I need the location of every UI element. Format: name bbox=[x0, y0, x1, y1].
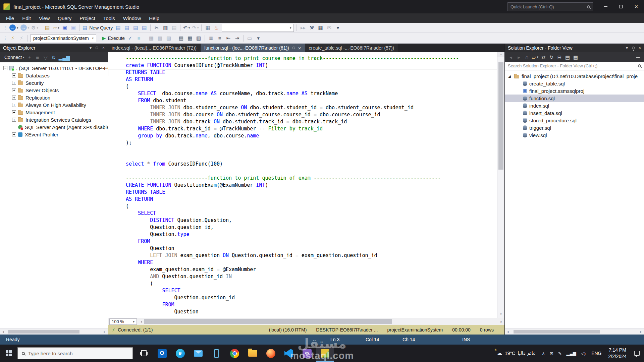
se-item-index-sql[interactable]: index.sql bbox=[505, 102, 644, 109]
scroll-left-icon[interactable]: ◂ bbox=[0, 330, 6, 334]
code-line[interactable]: AS RETURN bbox=[108, 76, 497, 83]
hidden-icons-icon[interactable]: ∧ bbox=[539, 345, 547, 362]
oe-item-server-root[interactable]: −. (SQL Server 16.0.1110.1 - DESKTOP-EO8… bbox=[0, 64, 108, 72]
new-mdx-query-icon[interactable]: ▤ bbox=[122, 24, 131, 32]
code-line[interactable]: CREATE FUNCTION QuestitionExam(@ExamNumb… bbox=[108, 182, 497, 189]
code-line[interactable]: Question.type bbox=[108, 231, 497, 238]
code-line[interactable]: AS RETURN bbox=[108, 196, 497, 203]
editor-hscroll-track[interactable] bbox=[144, 318, 498, 325]
table-edit-icon[interactable]: ▦ bbox=[316, 24, 325, 32]
scroll-right-icon[interactable]: ▸ bbox=[498, 320, 504, 323]
scroll-thumb[interactable] bbox=[514, 330, 600, 334]
expander-icon[interactable]: ◢ bbox=[508, 74, 512, 78]
chevron-down-icon[interactable]: ▾ bbox=[90, 46, 92, 50]
code-line[interactable]: group by dbo.track.name, dbo.course.name bbox=[108, 132, 497, 139]
new-query-icon[interactable]: ▤New Query bbox=[82, 24, 114, 32]
oe-item-sql-server-agent[interactable]: SQL Server Agent (Agent XPs disabled) bbox=[0, 123, 108, 131]
close-icon[interactable]: × bbox=[298, 46, 301, 51]
taskbar-search-input[interactable]: Type here to search bbox=[17, 347, 133, 359]
show-all-files-icon[interactable]: ▤ bbox=[564, 53, 572, 61]
cut-icon[interactable]: ✂ bbox=[152, 24, 161, 32]
code-line[interactable]: ( bbox=[108, 203, 497, 210]
code-line[interactable]: RETURNS TABLE bbox=[108, 189, 497, 196]
new-project-icon[interactable]: ▤ bbox=[43, 24, 52, 32]
se-item-root-folder[interactable]: ◢final_project (D:\.net\10.Database\proj… bbox=[505, 72, 644, 80]
se-item-view-sql[interactable]: view.sql bbox=[505, 131, 644, 139]
editor-hscroll-thumb[interactable] bbox=[144, 319, 392, 324]
code-line[interactable]: ( bbox=[108, 83, 497, 90]
solution-explorer-hscrollbar[interactable]: ◂ ▸ bbox=[505, 328, 644, 335]
tab-create-table-sql[interactable]: create_table.sql -...-EO86I7R\nader (57)… bbox=[305, 44, 398, 52]
expander-icon[interactable]: + bbox=[12, 81, 16, 85]
edge-icon[interactable]: e bbox=[171, 345, 189, 362]
code-line[interactable]: ); bbox=[108, 139, 497, 146]
estimated-plan-icon[interactable]: ▦ bbox=[147, 34, 156, 42]
expander-icon[interactable]: − bbox=[3, 66, 7, 70]
code-line[interactable]: INNER JOIN dbo.course ON dbo.student_cou… bbox=[108, 111, 497, 118]
oe-item-server-objects[interactable]: +Server Objects bbox=[0, 86, 108, 94]
code-line[interactable]: INNER JOIN dbo.track ON dbo.student.trac… bbox=[108, 118, 497, 125]
pin-icon[interactable] bbox=[96, 47, 98, 49]
code-line[interactable]: exam_question.exam_id = @ExamNumber bbox=[108, 266, 497, 273]
results-to-file-icon[interactable]: ▥ bbox=[194, 34, 203, 42]
restore-button[interactable] bbox=[613, 0, 629, 13]
expander-icon[interactable]: + bbox=[12, 132, 16, 136]
oe-item-replication[interactable]: +Replication bbox=[0, 94, 108, 101]
new-xmla-query-icon[interactable]: ▤ bbox=[140, 24, 149, 32]
tab-function-sql[interactable]: function.sql - (loc...-EO86I7R\nader (61… bbox=[201, 44, 305, 52]
collapse-all-icon[interactable]: ⊟ bbox=[555, 53, 564, 61]
decrease-indent-icon[interactable]: ⇤ bbox=[224, 34, 233, 42]
code-line[interactable]: Question bbox=[108, 245, 497, 252]
disconnect-icon[interactable]: ⚡ bbox=[25, 53, 34, 61]
forward-icon[interactable]: ▸ bbox=[515, 53, 523, 61]
task-view-icon[interactable] bbox=[135, 345, 153, 362]
pin-icon[interactable] bbox=[292, 47, 295, 49]
code-line[interactable]: Question bbox=[108, 308, 497, 315]
quick-launch-input[interactable]: Quick Launch (Ctrl+Q) bbox=[507, 2, 593, 11]
zoom-select[interactable]: 100 % ▾ bbox=[109, 318, 137, 325]
oe-item-databases[interactable]: +Databases bbox=[0, 72, 108, 79]
save-all-icon[interactable]: ▣ bbox=[69, 24, 78, 32]
scroll-right-icon[interactable]: ▸ bbox=[638, 330, 644, 334]
tab-index-sql[interactable]: index.sql - (local)...-EO86I7R\nader (72… bbox=[108, 44, 200, 52]
code-line[interactable]: ---------------------------function to p… bbox=[108, 55, 497, 62]
language-indicator[interactable]: ENG bbox=[588, 345, 605, 362]
cancel-query-icon[interactable]: ■ bbox=[135, 34, 143, 42]
network-icon[interactable]: ▂▄▆ bbox=[564, 345, 579, 362]
solution-explorer-search-input[interactable]: Search Solution Explorer - Folder View (… bbox=[505, 62, 644, 70]
uncomment-icon[interactable]: ≡ bbox=[215, 34, 224, 42]
weather-widget[interactable]: ☁ 19°C غائم غالبا bbox=[492, 345, 539, 362]
code-line[interactable]: select * from CoursesIDFunc(100) bbox=[108, 161, 497, 168]
live-query-stats-icon[interactable]: ▨ bbox=[164, 34, 173, 42]
results-to-text-icon[interactable]: ▤ bbox=[177, 34, 185, 42]
expander-icon[interactable]: + bbox=[12, 73, 16, 77]
se-item-ssmssqlproj[interactable]: final_project.ssmssqlproj bbox=[505, 87, 644, 95]
results-to-grid-icon[interactable]: ▦ bbox=[185, 34, 194, 42]
code-line[interactable]: RETURNS TABLE bbox=[108, 69, 497, 76]
home-icon[interactable]: ⌂ bbox=[523, 53, 531, 61]
multi-server-icon[interactable]: ▸▸ bbox=[299, 24, 307, 32]
code-line[interactable]: AND Question.question_id IN bbox=[108, 273, 497, 280]
profiler-icon[interactable]: ♨ bbox=[212, 24, 221, 32]
connect-icon[interactable]: Connect▾ bbox=[2, 53, 25, 61]
code-line[interactable]: Question.question_id bbox=[108, 294, 497, 301]
close-icon[interactable]: × bbox=[102, 46, 105, 50]
oe-item-security[interactable]: +Security bbox=[0, 79, 108, 86]
scroll-left-icon[interactable]: ◂ bbox=[505, 330, 511, 334]
code-line[interactable] bbox=[108, 146, 497, 154]
minimize-pane-icon[interactable]: ─ bbox=[634, 53, 642, 61]
toolbar-options-icon[interactable]: ▾ bbox=[333, 24, 342, 32]
code-line[interactable]: INNER JOIN dbo.student_course ON dbo.stu… bbox=[108, 104, 497, 111]
display-icon[interactable]: ⊡ bbox=[547, 345, 556, 362]
toolbar-combobox[interactable]: ▾ bbox=[222, 24, 294, 32]
code-line[interactable]: ( bbox=[108, 280, 497, 287]
scroll-track[interactable] bbox=[511, 329, 638, 335]
code-line[interactable]: FROM dbo.student bbox=[108, 97, 497, 104]
paste-icon[interactable]: ▤ bbox=[170, 24, 178, 32]
parse-icon[interactable]: ✓ bbox=[126, 34, 135, 42]
se-item-function-sql[interactable]: function.sql bbox=[505, 95, 644, 102]
chevron-down-icon[interactable]: ▾ bbox=[626, 46, 628, 50]
pen-icon[interactable]: ✎ bbox=[556, 345, 564, 362]
chrome-icon[interactable] bbox=[225, 345, 244, 362]
new-dax-query-icon[interactable]: ▤ bbox=[114, 24, 122, 32]
